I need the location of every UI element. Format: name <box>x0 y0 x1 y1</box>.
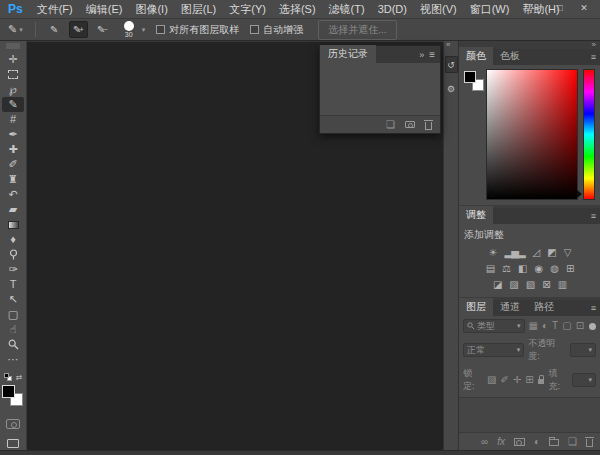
tab-history[interactable]: 历史记录 <box>320 45 376 63</box>
menu-view[interactable]: 视图(V) <box>420 2 457 17</box>
foreground-color-swatch[interactable] <box>464 71 476 83</box>
subtract-from-selection-button[interactable]: ✎− <box>93 21 112 38</box>
quick-selection-tool[interactable]: ✎ <box>2 97 24 112</box>
history-dock-button[interactable]: ↺ <box>445 56 458 73</box>
marquee-tool[interactable] <box>2 67 24 82</box>
menu-type[interactable]: 文字(Y) <box>229 2 266 17</box>
lock-transparent-pixels-icon[interactable]: ▨ <box>487 375 496 385</box>
edit-toolbar-button[interactable]: ⋯ <box>2 352 24 367</box>
dodge-tool[interactable] <box>2 247 24 262</box>
layer-style-button[interactable]: fx <box>497 436 505 447</box>
curves-icon[interactable]: ◿ <box>533 247 540 258</box>
menu-filter[interactable]: 滤镜(T) <box>329 2 365 17</box>
collapse-panel-icon[interactable]: » <box>419 50 424 60</box>
foreground-color-swatch[interactable] <box>2 385 15 398</box>
gradient-map-icon[interactable]: ▥ <box>558 279 566 290</box>
tab-swatches[interactable]: 色板 <box>493 47 527 65</box>
maximize-button[interactable]: □ <box>548 1 572 16</box>
black-white-icon[interactable]: ◧ <box>518 263 526 274</box>
new-group-button[interactable] <box>549 439 559 446</box>
filter-pixel-layers-icon[interactable]: ▦ <box>529 321 538 331</box>
expand-dock-icon[interactable]: « <box>444 41 450 49</box>
lock-position-icon[interactable]: ✛ <box>513 375 521 385</box>
select-and-mask-button[interactable]: 选择并遮住... <box>318 20 396 40</box>
selective-color-icon[interactable]: ⊠ <box>542 279 549 290</box>
move-tool[interactable]: ✛ <box>2 52 24 67</box>
brightness-contrast-icon[interactable]: ☀ <box>489 247 497 258</box>
swap-colors-button[interactable]: ⇄ <box>16 373 23 382</box>
menu-layer[interactable]: 图层(L) <box>181 2 216 17</box>
lock-all-icon[interactable] <box>538 379 545 384</box>
blend-mode-dropdown[interactable]: 正常 ▾ <box>463 343 524 357</box>
rectangle-tool[interactable]: ▢ <box>2 307 24 322</box>
gradient-tool[interactable] <box>2 217 24 232</box>
delete-layer-button[interactable] <box>586 439 593 447</box>
screen-mode-button[interactable] <box>7 439 19 448</box>
eraser-tool[interactable]: ▰ <box>2 202 24 217</box>
color-cursor[interactable] <box>489 191 495 197</box>
crop-tool[interactable]: # <box>2 112 24 127</box>
layer-filter-kind-dropdown[interactable]: 类型 ▾ <box>463 319 525 333</box>
default-colors-button[interactable] <box>4 373 13 382</box>
pen-tool[interactable]: ✑ <box>2 262 24 277</box>
filter-smart-objects-icon[interactable]: ⊡ <box>576 321 584 331</box>
type-tool[interactable]: T <box>2 277 24 292</box>
menu-image[interactable]: 图像(I) <box>135 2 167 17</box>
filter-shape-layers-icon[interactable]: ▢ <box>562 321 571 331</box>
color-balance-icon[interactable]: ⚖ <box>502 263 510 274</box>
channel-mixer-icon[interactable]: ◍ <box>550 263 558 274</box>
panel-menu-icon[interactable]: ≡ <box>591 303 600 316</box>
new-selection-button[interactable]: ✎ <box>45 21 64 38</box>
new-layer-button[interactable]: ❏ <box>568 436 577 447</box>
filter-type-layers-icon[interactable]: T <box>552 321 558 331</box>
add-to-selection-button[interactable]: ✎+ <box>69 21 88 38</box>
link-layers-button[interactable]: ∞ <box>481 436 488 447</box>
quick-mask-button[interactable] <box>6 419 20 429</box>
path-selection-tool[interactable]: ↖ <box>2 292 24 307</box>
delete-state-button[interactable] <box>425 122 432 130</box>
tool-preset-picker[interactable]: ✎ ▾ <box>5 22 26 37</box>
posterize-icon[interactable]: ▨ <box>509 279 517 290</box>
new-document-from-state-button[interactable]: ❏ <box>386 119 395 130</box>
hand-tool[interactable]: ☝ <box>2 322 24 337</box>
threshold-icon[interactable]: ▧ <box>526 279 534 290</box>
lasso-tool[interactable]: ℘ <box>2 82 24 97</box>
panel-menu-icon[interactable]: ≡ <box>429 49 435 60</box>
tab-paths[interactable]: 路径 <box>527 298 561 316</box>
levels-icon[interactable]: ▂▅▂ <box>505 247 525 258</box>
auto-enhance-checkbox[interactable]: 自动增强 <box>250 23 303 37</box>
eyedropper-tool[interactable]: ✒ <box>2 127 24 142</box>
toolbar-grip[interactable] <box>6 43 20 49</box>
menu-select[interactable]: 选择(S) <box>279 2 316 17</box>
tab-channels[interactable]: 通道 <box>493 298 527 316</box>
close-button[interactable]: ✕ <box>572 1 596 16</box>
spot-healing-tool[interactable]: ✚ <box>2 142 24 157</box>
photo-filter-icon[interactable]: ◉ <box>535 263 543 274</box>
hue-slider[interactable] <box>583 69 595 200</box>
menu-3d[interactable]: 3D(D) <box>378 3 407 15</box>
tab-layers[interactable]: 图层 <box>459 298 493 316</box>
menu-window[interactable]: 窗口(W) <box>470 2 510 17</box>
fill-dropdown[interactable]: ▾ <box>572 373 596 387</box>
color-lookup-icon[interactable]: ⊞ <box>566 263 573 274</box>
vibrance-icon[interactable]: ▽ <box>564 247 571 258</box>
brush-size-picker[interactable]: 30 <box>121 21 137 38</box>
lock-artboard-icon[interactable]: ⊞ <box>525 375 533 385</box>
tab-color[interactable]: 颜色 <box>459 47 493 65</box>
opacity-dropdown[interactable]: ▾ <box>570 343 596 357</box>
zoom-tool[interactable] <box>2 337 24 352</box>
hue-saturation-icon[interactable]: ▤ <box>486 263 494 274</box>
saturation-brightness-field[interactable] <box>486 69 578 200</box>
clone-stamp-tool[interactable]: ♜ <box>2 172 24 187</box>
filter-adjustment-layers-icon[interactable]: ◐ <box>542 321 548 331</box>
menu-edit[interactable]: 编辑(E) <box>86 2 123 17</box>
hue-slider-marker[interactable] <box>577 190 582 198</box>
panel-menu-icon[interactable]: ≡ <box>591 211 600 224</box>
sample-all-layers-checkbox[interactable]: 对所有图层取样 <box>156 23 239 37</box>
add-layer-mask-button[interactable] <box>514 438 525 446</box>
brush-tool[interactable]: ✐ <box>2 157 24 172</box>
menu-file[interactable]: 文件(F) <box>37 2 73 17</box>
history-brush-tool[interactable]: ↶ <box>2 187 24 202</box>
exposure-icon[interactable]: ◩ <box>547 247 555 258</box>
new-snapshot-button[interactable] <box>405 121 415 128</box>
